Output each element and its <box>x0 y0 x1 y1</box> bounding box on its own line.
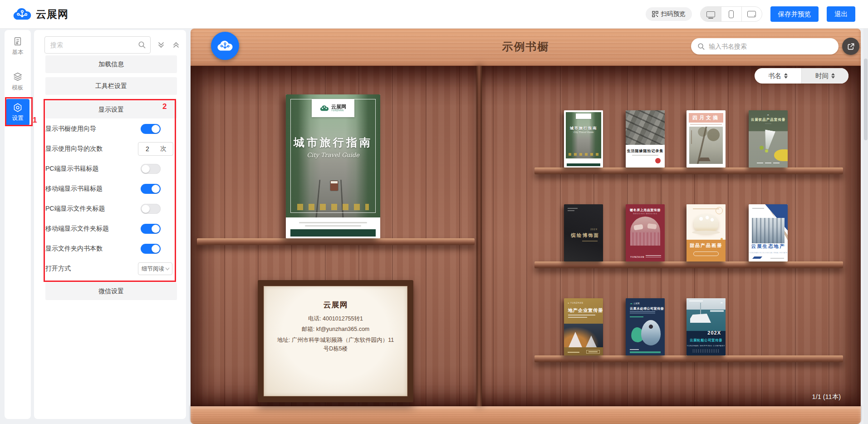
featured-book-city-travel[interactable]: 云展网 YUNZHAN 城市旅行指南 City Travel Guide <box>286 94 380 238</box>
setting-row: 打开方式 细节阅读 <box>45 259 177 279</box>
device-tablet-button[interactable] <box>741 7 762 21</box>
top-header: 云展网 扫码预览 保存并预览 退出 <box>0 0 868 29</box>
book-subtitle: City Travel Guide <box>564 131 603 133</box>
exit-button[interactable]: 退出 <box>827 6 855 22</box>
scrollbar-track[interactable] <box>863 29 868 424</box>
cover-footer-lines <box>646 255 661 258</box>
book-shipping-company[interactable]: ☁ 202X 云展轮船公司宣传册 YUNZHAN SHIPPING COMPAN… <box>687 298 726 355</box>
setting-row: PC端显示文件夹标题 <box>45 199 177 219</box>
book-drink-brochure[interactable]: ☁ 云展饮品产品宣传册 ───── <box>749 110 788 168</box>
bookshelf-logo-badge[interactable] <box>211 32 239 60</box>
book-cover-photo <box>626 110 665 145</box>
book-dessert-album[interactable]: 甜品产品画册 <box>687 204 726 261</box>
sort-arrows-icon <box>831 73 835 79</box>
plaque-address: 地址: 广州市科学城彩频路（广东软件园内）11号D栋5楼 <box>264 336 407 354</box>
app-root: 云展网 扫码预览 保存并预览 退出 基本 <box>0 0 868 424</box>
sort-name-label: 书名 <box>768 72 781 80</box>
qr-code-icon <box>652 11 658 17</box>
toggle-folder-book-count[interactable] <box>141 244 161 254</box>
contact-plaque[interactable]: 云展网 电话: 4001012755转1 邮箱: kf@yunzhan365.c… <box>258 280 413 402</box>
setting-label: PC端显示书籍标题 <box>45 165 98 173</box>
cover-barcode <box>693 349 719 353</box>
section-wechat-settings[interactable]: 微信设置 <box>45 282 177 300</box>
cover-brand-line: YUNZHAN <box>630 256 644 258</box>
guide-count-unit: 次 <box>160 145 167 153</box>
book-title: 云展水处理公司宣传册 <box>630 306 664 311</box>
toggle-pc-book-title[interactable] <box>141 164 161 174</box>
open-external-button[interactable] <box>842 38 859 55</box>
guide-count-input[interactable] <box>138 145 157 153</box>
scan-preview-label: 扫码预览 <box>661 10 686 18</box>
collapse-all-icon[interactable] <box>157 40 166 49</box>
toggle-mobile-book-title[interactable] <box>141 184 161 194</box>
scan-preview-button[interactable]: 扫码预览 <box>646 7 692 21</box>
section-loading-info[interactable]: 加载信息 <box>45 55 177 73</box>
book-water-treatment[interactable]: 云展网 云展水处理公司宣传册 <box>626 298 665 355</box>
setting-label: 打开方式 <box>45 265 71 273</box>
open-mode-select[interactable]: 细节阅读 <box>138 262 172 275</box>
featured-book-subtitle: City Travel Guide <box>286 152 380 158</box>
cover-meta-line <box>690 124 722 125</box>
expand-all-icon[interactable] <box>172 40 181 49</box>
device-desktop-button[interactable] <box>701 7 721 21</box>
cover-subtitle-line: ───── <box>749 123 788 125</box>
book-cover-photo <box>752 218 785 243</box>
cover-footer <box>286 217 380 238</box>
book-cover-photo <box>566 112 601 158</box>
cover-logo-mark: ☁ <box>720 301 723 304</box>
sort-by-time-button[interactable]: 时间 <box>801 68 848 84</box>
section-display-settings[interactable]: 显示设置 <box>45 101 177 118</box>
book-cover-photo <box>564 324 603 347</box>
book-title: 云展生态地产 <box>749 243 788 250</box>
save-preview-button[interactable]: 保存并预览 <box>770 6 819 22</box>
shelf-ledge <box>535 355 843 362</box>
setting-label: 移动端显示文件夹标题 <box>45 225 109 233</box>
book-city-travel-mini[interactable]: 城市旅行指南 City Travel Guide <box>564 110 603 168</box>
shelf-ledge <box>197 238 475 245</box>
toggle-show-guide[interactable] <box>141 124 161 134</box>
cover-crosswalk <box>569 153 598 156</box>
plaque-email: 邮箱: kf@yunzhan365.com <box>264 325 407 334</box>
sort-by-name-button[interactable]: 书名 <box>755 68 801 84</box>
book-title: 地产企业宣传册 <box>568 307 603 314</box>
book-bedding-brochure[interactable]: 暖冬床上用品宣传册 WEDDING BEDDING YUNZHAN <box>626 204 665 261</box>
cover-underline <box>582 241 598 242</box>
book-life-photos[interactable]: 生活随缘随拍记录集 <box>626 110 665 168</box>
cover-brand-badge: 云展网 YUNZHAN <box>312 99 354 117</box>
brand-logo: 云展网 <box>13 7 69 21</box>
bookshelf-search-input[interactable] <box>709 43 832 50</box>
cover-blanket <box>630 232 660 246</box>
bookshelf-divider <box>476 66 482 406</box>
annotation-number-2: 2 <box>162 102 167 111</box>
book-eco-estate[interactable]: 云展生态地产 YUNZHAN ECOLOGICAL REAL ESTATE <box>749 204 788 261</box>
cover-rule <box>630 316 643 317</box>
sidebar-item-settings[interactable]: 设置 <box>6 99 29 125</box>
cover-glass <box>762 129 776 150</box>
section-toolbar-settings[interactable]: 工具栏设置 <box>45 77 177 95</box>
setting-row: PC端显示书籍标题 <box>45 159 177 179</box>
setting-label: 显示书橱使用向导 <box>45 125 96 133</box>
book-cover-photo <box>689 127 723 164</box>
toggle-pc-folder-title[interactable] <box>141 204 161 214</box>
book-title: 缤绘博饰面 <box>568 232 599 239</box>
book-april-digest[interactable]: 四月文摘 <box>687 110 726 168</box>
cover-divider <box>632 155 658 156</box>
book-black-portfolio[interactable]: 202X 缤绘博饰面 <box>564 204 603 261</box>
cover-red-stamp <box>655 158 661 163</box>
scrollbar-thumb[interactable] <box>864 59 868 140</box>
cover-subtitle-line: YUNZHAN ECOLOGICAL REAL ESTATE <box>749 252 788 254</box>
external-link-icon <box>847 43 855 50</box>
cover-footer-band <box>290 229 376 237</box>
sidebar-item-basic[interactable]: 基本 <box>5 36 31 56</box>
panel-search-input[interactable] <box>45 37 150 53</box>
setting-row: 移动端显示书籍标题 <box>45 179 177 199</box>
search-icon <box>138 41 146 49</box>
sidebar-item-template[interactable]: 模板 <box>5 72 31 92</box>
guide-count-field: 次 <box>138 142 173 156</box>
cover-lime <box>765 149 768 153</box>
toggle-mobile-folder-title[interactable] <box>141 224 161 234</box>
book-estate-enterprise[interactable]: YUNZHAN 地产企业宣传册 <box>564 298 603 355</box>
sort-controls: 书名 时间 <box>755 68 848 84</box>
device-phone-button[interactable] <box>721 7 741 21</box>
cover-brand-badge <box>576 113 591 119</box>
